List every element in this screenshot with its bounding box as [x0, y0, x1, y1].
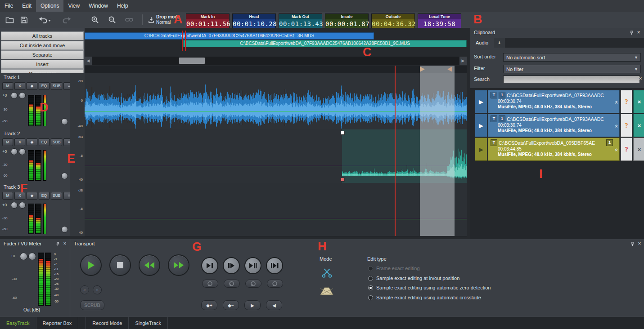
nudge-back-button[interactable]: «: [80, 285, 89, 294]
timeline-ruler[interactable]: [85, 66, 467, 74]
play-from-mark-button[interactable]: [223, 257, 240, 274]
pan-button[interactable]: ◆: [27, 192, 37, 200]
scroll-left-button[interactable]: ◀: [85, 57, 92, 65]
play-selection-button[interactable]: [266, 257, 283, 274]
track1-wave-area[interactable]: [85, 73, 467, 130]
solo-off-button[interactable]: X: [14, 82, 25, 90]
overview-clip-2[interactable]: C:\BCSData\FullExport\webDA_07F93AAADC25…: [183, 40, 467, 47]
output-knob[interactable]: [61, 226, 68, 233]
gain-knob-left[interactable]: [11, 92, 18, 99]
loop-button[interactable]: [224, 280, 240, 288]
stop-button[interactable]: [109, 254, 131, 276]
collapse-chevron-icon[interactable]: «: [613, 148, 620, 151]
loop-button[interactable]: [267, 280, 283, 288]
gain-knob-left[interactable]: [11, 148, 18, 155]
radio-icon[interactable]: [368, 276, 373, 281]
overview-cursor-2[interactable]: [185, 31, 186, 51]
menu-view[interactable]: View: [63, 0, 84, 12]
help-question-icon[interactable]: ?: [621, 114, 632, 137]
play-clip-button[interactable]: ▶: [475, 90, 487, 113]
open-folder-button[interactable]: [4, 14, 15, 26]
fast-forward-button[interactable]: [168, 254, 189, 276]
tab-audio[interactable]: Audio: [470, 38, 494, 48]
link-tool-button[interactable]: [123, 14, 135, 26]
clip-handle-bottom[interactable]: [341, 178, 345, 182]
play-over-mark-button[interactable]: [244, 257, 261, 274]
tab-record-mode[interactable]: Record Mode: [86, 317, 129, 329]
track3-wave-area[interactable]: [85, 183, 467, 236]
edit-option-1[interactable]: Sample exact editing at in/out position: [368, 275, 459, 281]
gain-knob-right[interactable]: [19, 148, 26, 155]
close-icon[interactable]: ×: [636, 29, 641, 36]
remove-clip-icon[interactable]: ×: [633, 114, 644, 137]
menu-window[interactable]: Window: [84, 0, 113, 12]
sub-button[interactable]: SUB: [51, 138, 62, 146]
track1-waveform[interactable]: [85, 73, 467, 129]
eq-button[interactable]: EQ: [39, 82, 50, 90]
play-to-mark-button[interactable]: [201, 257, 218, 274]
playhead-cursor[interactable]: [395, 66, 396, 236]
close-icon[interactable]: ×: [637, 240, 642, 247]
separate-button[interactable]: Separate: [1, 50, 84, 59]
pan-button[interactable]: ◆: [27, 138, 37, 146]
add-marker-button[interactable]: ◆+: [201, 300, 217, 310]
close-icon[interactable]: ×: [62, 240, 68, 247]
loop-button[interactable]: [202, 280, 218, 288]
out-knob-left[interactable]: [20, 253, 27, 260]
all-tracks-button[interactable]: All tracks: [1, 31, 84, 40]
prev-marker-button[interactable]: ◀: [266, 300, 282, 310]
play-clip-button[interactable]: ▶: [475, 114, 487, 137]
menu-file[interactable]: File: [0, 0, 18, 12]
overview-cursor[interactable]: [182, 31, 183, 51]
clip-info[interactable]: TC:\BCSData\FullExport\webDA_095DBF65AE1…: [488, 138, 620, 161]
loop-button[interactable]: [245, 280, 261, 288]
track2-wave-area[interactable]: [85, 129, 467, 183]
menu-options[interactable]: Options: [36, 0, 63, 12]
zoom-in-button[interactable]: [89, 14, 101, 26]
edit-option-2[interactable]: Sample exact editing using automatic zer…: [368, 285, 491, 291]
undo-button[interactable]: [38, 14, 52, 26]
clip-handle-top[interactable]: [341, 131, 345, 135]
redo-button[interactable]: [58, 14, 72, 26]
filter-select[interactable]: No filter▼: [503, 65, 641, 73]
output-knob[interactable]: [61, 118, 68, 125]
cut-mode-icon[interactable]: [321, 267, 333, 279]
edit-option-3[interactable]: Sample exact editing using automatic cro…: [368, 294, 481, 301]
pin-icon[interactable]: [629, 30, 634, 36]
gain-knob-left[interactable]: [11, 202, 18, 209]
scrollbar-thumb[interactable]: [179, 58, 205, 64]
mute-button[interactable]: M: [2, 82, 13, 90]
sort-order-select[interactable]: No automatic sort▼: [503, 53, 641, 62]
time-selection-region[interactable]: [420, 66, 455, 236]
eq-button[interactable]: EQ: [39, 138, 50, 146]
clip-info[interactable]: T1C:\BCSData\FullExport\webDA_07F93AAADC…: [488, 114, 620, 137]
clipboard-item[interactable]: ▶ TC:\BCSData\FullExport\webDA_095DBF65A…: [475, 138, 641, 161]
gain-knob-right[interactable]: [19, 202, 26, 209]
overview-clip-1[interactable]: C:\BCSData\FullExport\webDA_07F93AAADC25…: [85, 32, 374, 40]
sub-button[interactable]: SUB: [51, 192, 62, 200]
scroll-right-button[interactable]: ▶: [459, 57, 467, 65]
play-clip-button[interactable]: ▶: [475, 138, 487, 161]
rewind-button[interactable]: [139, 254, 160, 276]
solo-off-button[interactable]: X: [14, 138, 25, 146]
save-button[interactable]: [18, 14, 30, 26]
pan-button[interactable]: ◆: [27, 82, 37, 90]
next-marker-button[interactable]: ▶: [244, 300, 261, 310]
radio-icon[interactable]: [368, 266, 373, 271]
track2-waveform[interactable]: [85, 129, 467, 183]
clipboard-item[interactable]: ▶ T1C:\BCSData\FullExport\webDA_07F93AAA…: [475, 114, 641, 137]
pin-icon[interactable]: [630, 241, 635, 247]
nudge-forward-button[interactable]: »: [93, 285, 102, 294]
out-knob-right[interactable]: [28, 253, 36, 260]
timeline-scrollbar[interactable]: ◀ ▶: [85, 57, 467, 65]
play-button[interactable]: [80, 254, 102, 276]
pin-icon[interactable]: [55, 241, 60, 247]
remove-clip-icon[interactable]: ×: [633, 138, 644, 161]
cut-inside-and-move-button[interactable]: Cut inside and move: [1, 41, 84, 50]
mute-button[interactable]: M: [2, 192, 13, 200]
mute-button[interactable]: M: [2, 138, 13, 146]
menu-edit[interactable]: Edit: [18, 0, 36, 12]
help-question-icon[interactable]: ?: [621, 90, 632, 113]
edit-option-0[interactable]: Frame exact editing: [368, 265, 420, 271]
sub-button[interactable]: SUB: [51, 82, 62, 90]
